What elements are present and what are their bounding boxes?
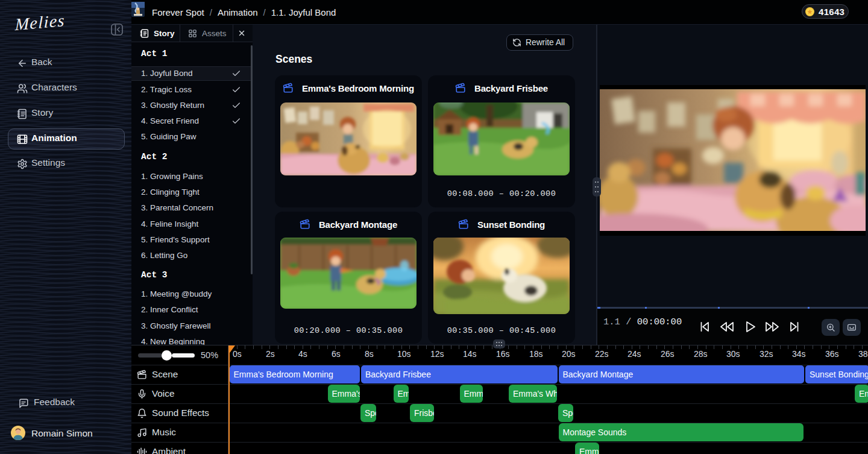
svg-text:Melies: Melies bbox=[14, 11, 65, 34]
